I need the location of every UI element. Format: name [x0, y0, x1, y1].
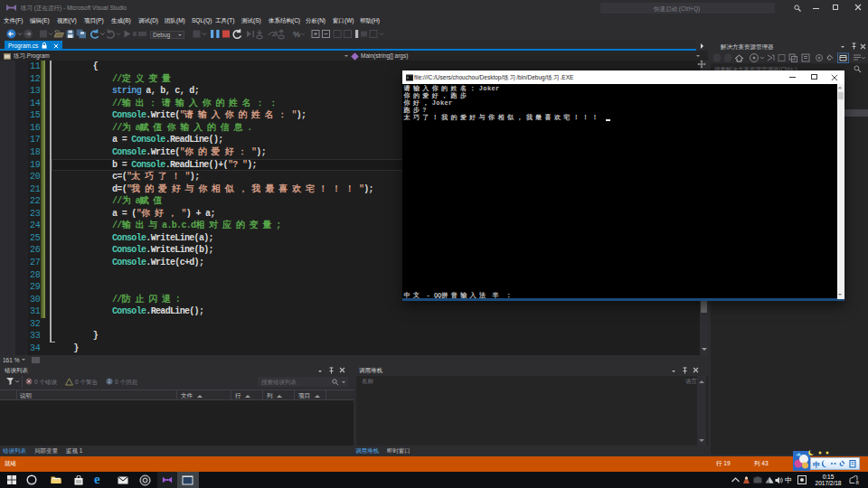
svg-text:%: % [293, 30, 300, 39]
